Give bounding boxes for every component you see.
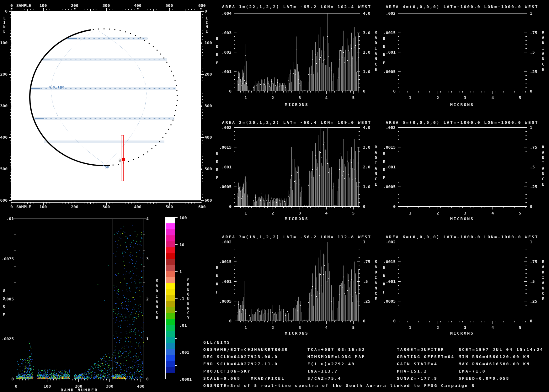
south-pole-marker-label: SP: [105, 165, 109, 169]
scale: SCALE=0.068 MRAD/PIXEL: [203, 376, 285, 381]
obsname: OBSNAME/EXT=C9JNAURRTB03R: [203, 347, 288, 352]
area6-xaxis-label: MICRONS: [431, 331, 493, 336]
area4-title: AREA 4=(0,0,0,0) LAT=-1000.0 LON=-1000.0…: [368, 4, 549, 9]
grating-offset: GRATING OFFSET=04: [397, 354, 455, 359]
beg-sclk: BEG SCLK=04027923.00.0: [203, 354, 278, 359]
obsnote: OBSNOTE=3rd of 5 real-time spectra of th…: [203, 383, 475, 388]
area3-title: AREA 3=(18,1,2,2) LAT= -56.2 LON= 112.8 …: [203, 235, 391, 239]
area1-xaxis-label: MICRONS: [265, 102, 328, 107]
area5-title: AREA 5=(0,0,0,0) LAT=-1000.0 LON=-1000.0…: [368, 120, 549, 125]
scaz: S/CAZ=75.4: [307, 376, 341, 381]
area2-title: AREA 2=(20,1,2,2) LAT= -60.4 LON= 109.0 …: [203, 120, 391, 125]
ina: INA=113.7: [307, 369, 338, 373]
projection: PROJECTION=SKY: [203, 369, 251, 373]
target: TARGET=JUPITER: [397, 347, 445, 352]
ema: EMA=71.0: [459, 369, 486, 373]
nimsmode: NIMSMODE=LONG MAP: [307, 354, 365, 359]
pha: PHA=151.2: [397, 369, 427, 373]
sunaz: SUNAZ=-177.9: [397, 376, 438, 381]
instrument-id: GLL/NIMS: [203, 340, 231, 345]
scet: SCET=1997 JUL 04 15:14:24: [459, 347, 544, 352]
nims-realtime-display: AREA 1=(22,1,2,2) LAT= -65.2 LON= 102.4 …: [0, 0, 549, 392]
area5-xaxis-label: MICRONS: [431, 216, 493, 221]
band-number-axis-label: BAND NUMBER: [32, 388, 126, 392]
max-rng: MAX RNG=4616580.00 KM: [459, 362, 530, 366]
area2-xaxis-label: MICRONS: [265, 216, 328, 221]
f1u: F(1 u)=2792.49: [307, 362, 355, 366]
gain-state: GAIN STATE=4: [397, 362, 438, 366]
area4-xaxis-label: MICRONS: [431, 102, 493, 107]
min-rng: MIN RNG=4560120.00 KM: [459, 354, 530, 359]
subsolar-marker-label: 0,180: [53, 85, 65, 89]
speed: SPEED=0.0*0.058: [459, 376, 509, 381]
area1-title: AREA 1=(22,1,2,2) LAT= -65.2 LON= 102.4 …: [203, 4, 391, 9]
end-sclk: END SCLK=04027927.11.0: [203, 362, 278, 366]
area6-title: AREA 6=(0,0,0,0) LAT=-1000.0 LON=-1000.0…: [368, 235, 549, 239]
tca: TCA=+007 03:16:52: [307, 347, 365, 352]
area3-xaxis-label: MICRONS: [265, 331, 328, 336]
